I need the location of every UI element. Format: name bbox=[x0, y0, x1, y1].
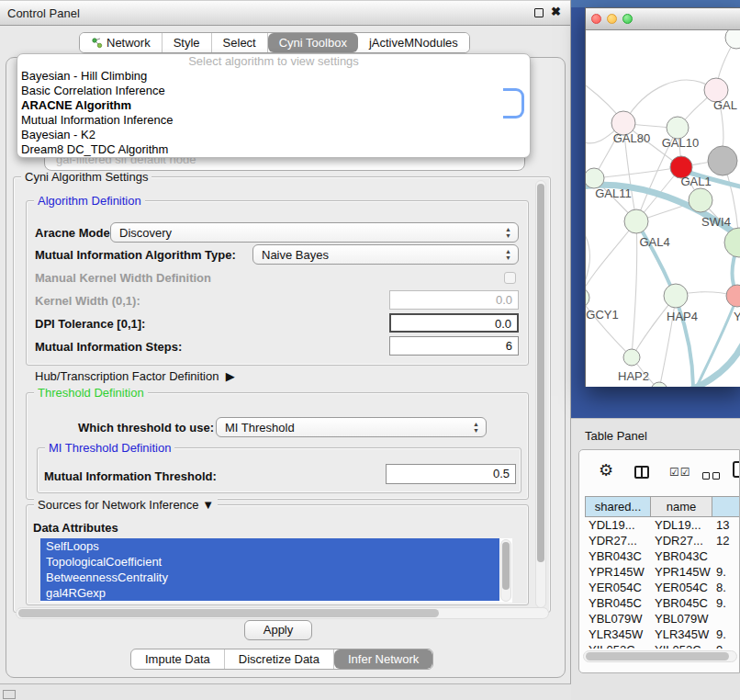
which-threshold-combo[interactable]: MI Threshold ▲▼ bbox=[216, 417, 487, 437]
attributes-vertical-scrollbar[interactable] bbox=[500, 539, 511, 602]
close-window-icon[interactable]: ✖ bbox=[551, 5, 561, 18]
algorithm-dropdown-item[interactable]: Dream8 DC_TDC Algorithm bbox=[17, 142, 530, 157]
network-node-hap2[interactable] bbox=[623, 349, 640, 366]
settings-horizontal-scrollbar[interactable] bbox=[16, 607, 549, 619]
network-node-swi4[interactable] bbox=[724, 228, 740, 257]
table-row[interactable]: YPR145WYPR145W9. bbox=[585, 564, 740, 580]
settings-vertical-scrollbar[interactable] bbox=[535, 180, 546, 608]
table-cell[interactable]: YER054C bbox=[585, 580, 651, 595]
attributes-vscroll-thumb[interactable] bbox=[502, 542, 510, 590]
table-cell[interactable]: YBR045C bbox=[651, 595, 712, 611]
table-row[interactable]: YLR345WYLR345W9. bbox=[585, 627, 740, 642]
table-cell[interactable]: YIL052C bbox=[651, 642, 712, 649]
mi-algorithm-type-combo[interactable]: Naive Bayes ▲▼ bbox=[252, 244, 519, 265]
network-node[interactable] bbox=[708, 146, 737, 175]
sources-group-title[interactable]: Sources for Network Inference ▼ bbox=[34, 498, 218, 512]
hub-tf-definition-toggle[interactable]: Hub/Transcription Factor Definition ▶ bbox=[35, 369, 235, 383]
mi-threshold-input[interactable]: 0.5 bbox=[386, 464, 516, 484]
data-attribute-item-selected[interactable]: TopologicalCoefficient bbox=[40, 554, 499, 570]
settings-vscroll-thumb[interactable] bbox=[537, 184, 544, 562]
table-cell[interactable]: YPR145W bbox=[585, 564, 651, 580]
tab-cyni-toolbox[interactable]: Cyni Toolbox bbox=[268, 33, 358, 52]
network-node-gcy1[interactable] bbox=[586, 288, 589, 308]
deselect-all-checkboxes-icon[interactable] bbox=[702, 469, 723, 482]
tab-network[interactable]: Network bbox=[80, 33, 163, 52]
column-header-name[interactable]: name bbox=[651, 496, 712, 517]
algorithm-dropdown-item[interactable]: Basic Correlation Inference bbox=[17, 84, 530, 98]
select-all-checkboxes-icon[interactable]: ☑☑ bbox=[669, 466, 691, 479]
table-horizontal-scrollbar[interactable] bbox=[583, 650, 737, 662]
minimize-traffic-light-icon[interactable] bbox=[607, 14, 617, 24]
algorithm-dropdown-item[interactable]: Bayesian - Hill Climbing bbox=[17, 69, 530, 84]
control-panel-titlebar[interactable]: Control Panel ✖ bbox=[0, 0, 570, 26]
table-cell[interactable]: 12 bbox=[712, 533, 740, 548]
network-node-hap4[interactable] bbox=[664, 284, 688, 308]
split-columns-icon[interactable] bbox=[634, 466, 649, 479]
document-icon[interactable] bbox=[733, 461, 740, 478]
tab-style[interactable]: Style bbox=[163, 33, 212, 52]
table-cell[interactable]: YLR345W bbox=[585, 627, 651, 642]
algorithm-dropdown-item[interactable]: ARACNE Algorithm bbox=[17, 98, 530, 113]
table-cell[interactable]: YBL079W bbox=[585, 611, 651, 627]
table-row[interactable]: YER054CYER054C8. bbox=[585, 580, 740, 595]
network-node-y[interactable] bbox=[726, 285, 740, 307]
table-row[interactable]: YDR27...YDR27...12 bbox=[585, 533, 740, 548]
table-row[interactable]: YDL19...YDL19...13 bbox=[585, 517, 740, 533]
table-row[interactable]: YBL079WYBL079W bbox=[585, 611, 740, 627]
network-node-gal4[interactable] bbox=[624, 209, 648, 233]
tab-infer-network[interactable]: Infer Network bbox=[334, 649, 432, 669]
algorithm-dropdown-item[interactable]: Bayesian - K2 bbox=[17, 128, 530, 142]
settings-hscroll-thumb[interactable] bbox=[18, 609, 439, 617]
zoom-traffic-light-icon[interactable] bbox=[622, 14, 633, 24]
tab-select[interactable]: Select bbox=[212, 33, 268, 52]
tab-impute-data[interactable]: Impute Data bbox=[131, 649, 225, 669]
table-cell[interactable] bbox=[712, 611, 740, 627]
table-row[interactable]: YBR043CYBR043C bbox=[585, 548, 740, 564]
column-header-shared-name[interactable]: shared... bbox=[585, 496, 651, 517]
network-node[interactable] bbox=[725, 30, 740, 49]
table-cell[interactable]: 9. bbox=[712, 564, 740, 580]
close-traffic-light-icon[interactable] bbox=[591, 14, 601, 24]
aracne-mode-combo[interactable]: Discovery ▲▼ bbox=[110, 222, 519, 243]
algorithm-dropdown-item[interactable]: Mutual Information Inference bbox=[17, 113, 530, 128]
table-cell[interactable]: YIL052C bbox=[585, 642, 651, 649]
table-row[interactable]: YBR045CYBR045C9. bbox=[585, 595, 740, 611]
data-attribute-item-selected[interactable]: gal4RGexp bbox=[40, 585, 499, 601]
tab-jactivemnodules[interactable]: jActiveMNodules bbox=[358, 33, 469, 52]
table-cell[interactable]: YBR043C bbox=[651, 548, 712, 564]
kernel-width-input[interactable]: 0.0 bbox=[389, 290, 519, 310]
data-attributes-list[interactable]: SelfLoopsTopologicalCoefficientBetweenne… bbox=[40, 538, 512, 603]
tab-discretize-data[interactable]: Discretize Data bbox=[225, 649, 334, 669]
table-hscroll-thumb[interactable] bbox=[586, 652, 729, 660]
table-cell[interactable]: YLR345W bbox=[651, 627, 712, 642]
mi-steps-input[interactable]: 6 bbox=[389, 336, 519, 356]
network-node-gal11[interactable] bbox=[586, 168, 604, 188]
table-cell[interactable]: YPR145W bbox=[651, 564, 712, 580]
manual-kernel-width-checkbox[interactable] bbox=[504, 272, 516, 284]
data-attribute-item-selected[interactable]: BetweennessCentrality bbox=[40, 570, 499, 585]
table-cell[interactable]: YDR27... bbox=[585, 533, 651, 548]
table-cell[interactable] bbox=[712, 548, 740, 564]
table-cell[interactable]: YDL19... bbox=[585, 517, 651, 533]
network-view-window[interactable]: GALGAL80GAL10GAL1GAL11SWI4GAL4GCY1HAP4YH… bbox=[585, 7, 740, 387]
float-window-icon[interactable] bbox=[534, 8, 544, 17]
network-node[interactable] bbox=[689, 188, 712, 212]
table-cell[interactable]: YBL079W bbox=[651, 611, 712, 627]
data-attribute-item-selected[interactable]: SelfLoops bbox=[40, 538, 499, 554]
table-row[interactable]: YIL052CYIL052C9 bbox=[585, 642, 740, 649]
table-cell[interactable]: 8. bbox=[712, 580, 740, 595]
collapsed-panel-icon[interactable] bbox=[3, 690, 16, 699]
table-cell[interactable]: YDL19... bbox=[651, 517, 712, 533]
table-cell[interactable]: YDR27... bbox=[651, 533, 712, 548]
table-cell[interactable]: YER054C bbox=[651, 580, 712, 595]
column-header-partial[interactable] bbox=[712, 496, 740, 517]
table-cell[interactable]: 9 bbox=[712, 642, 740, 649]
gear-icon[interactable]: ⚙ bbox=[599, 462, 613, 479]
network-window-titlebar[interactable] bbox=[586, 8, 740, 30]
table-cell[interactable]: 9. bbox=[712, 595, 740, 611]
network-node[interactable] bbox=[651, 382, 667, 387]
table-rows[interactable]: YDL19...YDL19...13YDR27...YDR27...12YBR0… bbox=[585, 517, 740, 649]
dpi-tolerance-input[interactable]: 0.0 bbox=[389, 313, 519, 333]
table-cell[interactable]: 13 bbox=[712, 517, 740, 533]
apply-button[interactable]: Apply bbox=[244, 620, 312, 640]
